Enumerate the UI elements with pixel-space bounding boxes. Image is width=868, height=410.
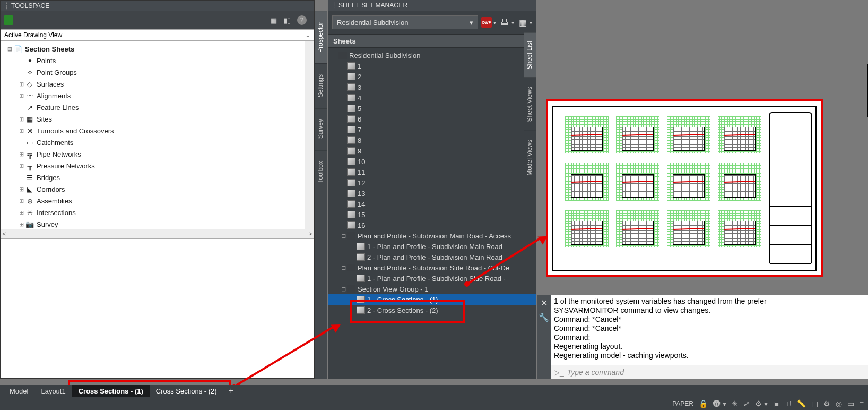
clean-screen-icon[interactable]: ▭ bbox=[847, 399, 854, 408]
tab-cross-sections-1[interactable]: Cross Sections - (1) bbox=[72, 385, 150, 397]
sheet-item[interactable]: 15 bbox=[328, 209, 536, 220]
sheet-set-dropdown[interactable]: Residential Subdivision ▾ bbox=[332, 15, 478, 29]
toolspace-app-icon[interactable] bbox=[4, 15, 13, 25]
autoscale-icon[interactable]: ⤢ bbox=[743, 399, 750, 408]
publish-dwf-icon[interactable]: DWF bbox=[481, 17, 492, 28]
close-icon[interactable]: ✕ bbox=[541, 298, 548, 308]
vtab-toolbox[interactable]: Toolbox bbox=[315, 150, 327, 193]
tree-item[interactable]: ⊞◇Surfaces bbox=[1, 78, 305, 90]
dropdown-arrow-icon[interactable]: ▾ bbox=[530, 20, 532, 25]
print-icon[interactable]: 🖶 bbox=[499, 17, 510, 28]
sheet-item[interactable]: ⊟Plan and Profile - Subdivision Side Roa… bbox=[328, 262, 536, 273]
quick-properties-icon[interactable]: ▤ bbox=[811, 399, 818, 408]
tree-item[interactable]: ⊞╥Pressure Networks bbox=[1, 160, 305, 172]
tree-item[interactable]: ✧Point Groups bbox=[1, 66, 305, 78]
sheet-item[interactable]: 1 - Cross Sections - (1) bbox=[328, 294, 536, 305]
expand-icon[interactable]: ⊟ bbox=[340, 286, 347, 293]
sheet-item[interactable]: 10 bbox=[328, 156, 536, 167]
expand-icon[interactable]: ⊞ bbox=[18, 116, 25, 123]
paper-model-toggle[interactable]: PAPER bbox=[672, 400, 693, 407]
expand-icon[interactable]: ⊟ bbox=[340, 233, 347, 240]
sheet-item[interactable]: 1 - Plan and Profile - Subdivision Main … bbox=[328, 241, 536, 252]
expand-icon[interactable]: ⊞ bbox=[18, 221, 25, 228]
tree-item[interactable]: ☰Bridges bbox=[1, 172, 305, 183]
sheet-item[interactable]: 13 bbox=[328, 188, 536, 199]
lock-viewport-icon[interactable]: 🔒 bbox=[699, 399, 708, 408]
workspace-icon[interactable]: ⚙ ▾ bbox=[755, 399, 768, 408]
sheet-item[interactable]: 1 bbox=[328, 61, 536, 71]
command-history[interactable]: 1 of the monitored system variables has … bbox=[551, 295, 868, 365]
expand-icon[interactable]: ⊞ bbox=[18, 92, 25, 99]
sheet-item[interactable]: 2 bbox=[328, 71, 536, 82]
panel-grip-icon[interactable]: ┆ bbox=[332, 2, 335, 9]
sheet-item[interactable]: 11 bbox=[328, 167, 536, 177]
sheet-item[interactable]: ⊟Section View Group - 1 bbox=[328, 284, 536, 294]
tree-item[interactable]: ⊞╦Pipe Networks bbox=[1, 148, 305, 160]
expand-icon[interactable]: ⊞ bbox=[18, 163, 25, 169]
sheet-item[interactable]: 2 - Plan and Profile - Subdivision Main … bbox=[328, 252, 536, 262]
expand-icon[interactable]: ⊟ bbox=[340, 264, 347, 271]
dropdown-arrow-icon[interactable]: ▾ bbox=[493, 20, 496, 25]
command-input[interactable]: ▷_ Type a command bbox=[551, 365, 868, 379]
expand-icon[interactable]: ⊞ bbox=[18, 186, 25, 193]
sheet-item[interactable]: 8 bbox=[328, 135, 536, 146]
tree-item[interactable]: ✦Points bbox=[1, 55, 305, 66]
sheet-item[interactable]: 12 bbox=[328, 177, 536, 188]
tree-item[interactable]: ⊞✳Intersections bbox=[1, 207, 305, 218]
tab-model[interactable]: Model bbox=[3, 385, 34, 397]
sheet-item[interactable]: ⊟Plan and Profile - Subdivision Main Roa… bbox=[328, 230, 536, 241]
expand-icon[interactable]: ⊞ bbox=[18, 127, 25, 134]
tab-layout1[interactable]: Layout1 bbox=[34, 385, 72, 397]
sheet-selection-icon[interactable]: ▦ bbox=[517, 17, 528, 28]
horizontal-scrollbar[interactable]: <> bbox=[1, 229, 314, 238]
add-layout-button[interactable]: + bbox=[223, 386, 239, 396]
vtab-sheet-list[interactable]: Sheet List bbox=[524, 32, 536, 78]
layout-preview[interactable] bbox=[546, 99, 823, 277]
dropdown-arrow-icon[interactable]: ▾ bbox=[511, 20, 514, 25]
tree-item[interactable]: ⊞⊕Assemblies bbox=[1, 195, 305, 207]
sheet-item[interactable]: 14 bbox=[328, 199, 536, 209]
expand-icon[interactable]: ⊟ bbox=[6, 46, 13, 53]
expand-icon[interactable]: ⊞ bbox=[18, 209, 25, 216]
sheet-item[interactable]: 1 - Plan and Profile - Subdivision Side … bbox=[328, 273, 536, 284]
tree-item[interactable]: ⊞▦Sites bbox=[1, 113, 305, 125]
tree-item[interactable]: ↗Feature Lines bbox=[1, 101, 305, 113]
sheet-item[interactable]: 9 bbox=[328, 146, 536, 156]
sheet-item[interactable]: 7 bbox=[328, 124, 536, 135]
expand-icon[interactable]: ⊞ bbox=[18, 151, 25, 158]
wrench-icon[interactable]: 🔧 bbox=[539, 312, 549, 322]
max-viewport-icon[interactable]: ▣ bbox=[773, 399, 780, 408]
vtab-sheet-views[interactable]: Sheet Views bbox=[524, 78, 536, 131]
tree-item[interactable]: ⊞◣Corridors bbox=[1, 183, 305, 195]
sheet-item[interactable]: 2 - Cross Sections - (2) bbox=[328, 305, 536, 315]
sheet-item[interactable]: 3 bbox=[328, 82, 536, 92]
expand-icon[interactable]: ⊞ bbox=[18, 81, 25, 88]
help-icon[interactable]: ? bbox=[297, 15, 307, 25]
annotation-scale-icon[interactable]: 🅐 ▾ bbox=[713, 399, 726, 408]
customization-icon[interactable]: ≡ bbox=[860, 399, 864, 408]
tree-item[interactable]: ⊞📷Survey bbox=[1, 218, 305, 229]
vtab-survey[interactable]: Survey bbox=[315, 108, 327, 149]
tree-item[interactable]: ⊟📄Section Sheets bbox=[1, 43, 305, 55]
vtab-settings[interactable]: Settings bbox=[315, 63, 327, 108]
expand-icon[interactable]: ⊞ bbox=[18, 198, 25, 204]
toolspace-item-icon[interactable]: ▦ bbox=[271, 16, 277, 24]
active-view-dropdown[interactable]: Active Drawing View ⌄ bbox=[1, 29, 314, 41]
annotation-monitor-icon[interactable]: +! bbox=[785, 399, 792, 408]
panel-grip-icon[interactable]: ┆ bbox=[5, 2, 8, 10]
annotation-visibility-icon[interactable]: ✳ bbox=[732, 399, 738, 408]
sheet-item[interactable]: 4 bbox=[328, 92, 536, 103]
toolspace-panorama-icon[interactable]: ▮▯ bbox=[283, 16, 291, 24]
tree-item[interactable]: ▭Catchments bbox=[1, 136, 305, 148]
sheet-item[interactable]: 5 bbox=[328, 103, 536, 114]
vtab-prospector[interactable]: Prospector bbox=[315, 11, 327, 63]
sheet-item[interactable]: 6 bbox=[328, 114, 536, 124]
units-icon[interactable]: 📏 bbox=[797, 399, 806, 408]
hardware-accel-icon[interactable]: ⚙ bbox=[823, 399, 830, 408]
isolate-objects-icon[interactable]: ◎ bbox=[836, 399, 842, 408]
scrollbar-thumb[interactable] bbox=[305, 41, 314, 105]
sheet-item[interactable]: 16 bbox=[328, 220, 536, 230]
prospector-tree[interactable]: ⊟📄Section Sheets✦Points✧Point Groups⊞◇Su… bbox=[1, 41, 314, 229]
sheets-tree[interactable]: Residential Subdivision12345678910111213… bbox=[328, 48, 536, 377]
vtab-model-views[interactable]: Model Views bbox=[524, 131, 536, 184]
